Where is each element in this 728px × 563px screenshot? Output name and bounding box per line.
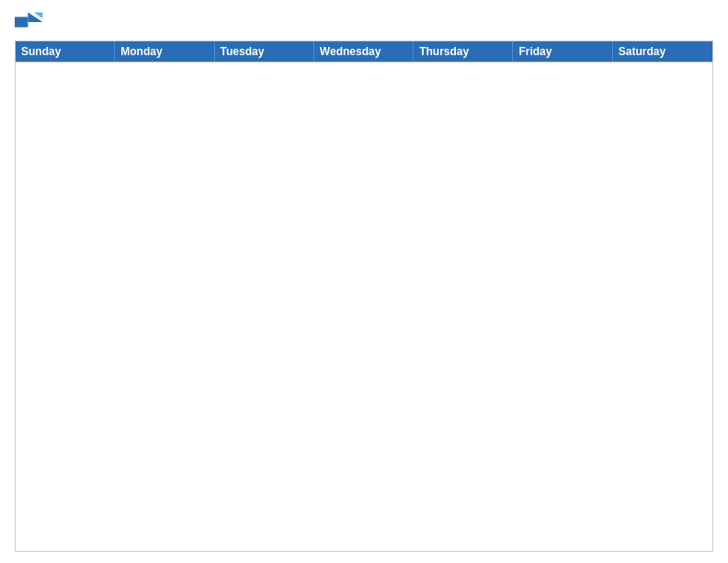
day-header-friday: Friday [513,41,612,62]
day-header-wednesday: Wednesday [314,41,414,62]
day-headers: SundayMondayTuesdayWednesdayThursdayFrid… [16,41,712,62]
day-header-monday: Monday [115,41,214,62]
logo [15,11,48,33]
day-header-thursday: Thursday [414,41,513,62]
svg-rect-0 [15,17,28,27]
header [15,11,713,33]
calendar-grid [16,62,712,551]
day-header-tuesday: Tuesday [215,41,314,62]
page: SundayMondayTuesdayWednesdayThursdayFrid… [0,0,728,563]
day-header-saturday: Saturday [613,41,712,62]
calendar: SundayMondayTuesdayWednesdayThursdayFrid… [15,40,713,552]
generalblue-logo-icon [15,11,44,33]
day-header-sunday: Sunday [16,41,115,62]
